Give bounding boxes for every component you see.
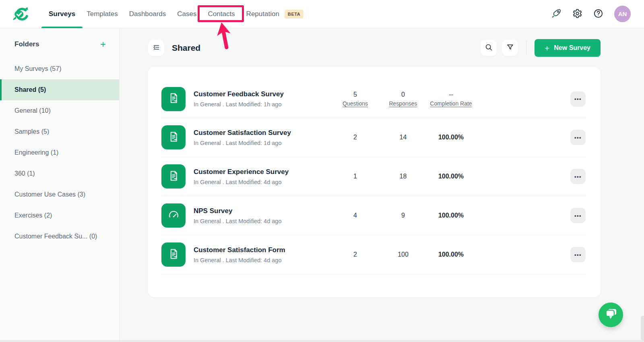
nav-item-label: Cases <box>177 10 196 18</box>
survey-row[interactable]: Customer Feedback Survey In General . La… <box>161 80 586 118</box>
completion-stat: 100.00% <box>427 251 475 258</box>
questions-stat: 2 <box>331 134 379 141</box>
survey-title: NPS Survey <box>194 207 331 215</box>
survey-type-icon[interactable] <box>161 125 186 149</box>
filter-button[interactable] <box>502 40 518 56</box>
add-folder-button[interactable]: + <box>100 39 106 49</box>
survey-title: Customer Experience Survey <box>194 168 331 176</box>
nav-item-label: Reputation <box>246 10 279 18</box>
settings-button[interactable] <box>572 8 582 20</box>
survey-info[interactable]: NPS Survey In General . Last Modified: 4… <box>194 207 331 224</box>
topbar-actions: AN <box>551 6 631 22</box>
survey-row[interactable]: NPS Survey In General . Last Modified: 4… <box>161 196 586 235</box>
survey-row[interactable]: Customer Satisfaction Survey In General … <box>161 118 586 157</box>
completion-stat: 100.00% <box>427 173 475 180</box>
document-check-icon <box>167 131 180 145</box>
nav-item-dashboards[interactable]: Dashboards <box>129 0 166 28</box>
beta-badge: BETA <box>285 10 304 19</box>
surveysparrow-logo-icon[interactable] <box>11 6 30 23</box>
sidebar-item-exercises[interactable]: Exercises (2) <box>0 205 119 226</box>
sidebar-item-label: My Surveys (57) <box>14 65 61 73</box>
survey-row[interactable]: Customer Experience Survey In General . … <box>161 157 586 196</box>
responses-stat: 9 <box>379 212 427 219</box>
header-divider <box>526 41 526 55</box>
nav-item-contacts[interactable]: Contacts <box>208 0 235 28</box>
survey-type-icon[interactable] <box>161 87 186 111</box>
sidebar-item-label: Samples (5) <box>14 128 49 135</box>
completion-value: -- <box>427 91 475 98</box>
sidebar-item-my-surveys[interactable]: My Surveys (57) <box>0 58 119 79</box>
responses-label[interactable]: Responses <box>379 100 427 107</box>
sidebar-item-general[interactable]: General (10) <box>0 100 119 121</box>
sidebar-item-samples[interactable]: Samples (5) <box>0 121 119 142</box>
completion-value: 100.00% <box>427 251 475 258</box>
responses-value: 100 <box>379 251 427 258</box>
ellipsis-icon: ••• <box>574 174 582 180</box>
new-survey-button[interactable]: + New Survey <box>535 39 601 57</box>
survey-info[interactable]: Customer Satisfaction Survey In General … <box>194 129 331 146</box>
sidebar-item-label: Engineering (1) <box>14 149 58 156</box>
nav-item-label: Contacts <box>208 10 235 18</box>
folders-title: Folders <box>14 40 39 48</box>
sidebar-item-label: Customer Use Cases (3) <box>14 191 85 198</box>
ellipsis-icon: ••• <box>574 252 582 258</box>
chat-widget-button[interactable] <box>599 303 623 327</box>
nav-item-reputation[interactable]: Reputation BETA <box>246 0 304 28</box>
nav-item-cases[interactable]: Cases <box>177 0 196 28</box>
survey-info[interactable]: Customer Satisfaction Form In General . … <box>194 246 331 263</box>
nav-item-label: Surveys <box>49 10 75 18</box>
responses-stat: 18 <box>379 173 427 180</box>
survey-type-icon[interactable] <box>161 243 186 267</box>
scrollbar-thumb[interactable] <box>641 316 644 340</box>
nav-item-surveys[interactable]: Surveys <box>49 0 75 28</box>
whats-new-rocket-button[interactable] <box>551 8 561 20</box>
help-button[interactable] <box>593 8 603 20</box>
survey-meta: In General . Last Modified: 1d ago <box>194 140 331 146</box>
rocket-icon <box>551 8 561 20</box>
survey-type-icon[interactable] <box>161 164 186 189</box>
new-survey-label: New Survey <box>554 44 590 52</box>
survey-info[interactable]: Customer Experience Survey In General . … <box>194 168 331 185</box>
sidebar-item-shared[interactable]: Shared (5) <box>0 79 119 100</box>
survey-info[interactable]: Customer Feedback Survey In General . La… <box>194 90 331 108</box>
main-content: Shared + New Surv <box>120 28 644 340</box>
collapse-panel-icon <box>152 43 161 53</box>
document-check-icon <box>167 248 180 262</box>
questions-stat: 1 <box>331 173 379 180</box>
gear-icon <box>572 8 582 20</box>
responses-stat: 0 Responses <box>379 91 427 107</box>
survey-row[interactable]: Customer Satisfaction Form In General . … <box>161 235 586 274</box>
filter-funnel-icon <box>506 43 514 53</box>
search-button[interactable] <box>481 40 497 56</box>
questions-value: 5 <box>331 91 379 98</box>
responses-value: 0 <box>379 91 427 98</box>
row-more-options-button[interactable]: ••• <box>570 208 586 223</box>
sidebar-item-customer-use-cases[interactable]: Customer Use Cases (3) <box>0 184 119 205</box>
questions-value: 2 <box>331 251 379 258</box>
sidebar-item-label: 360 (1) <box>14 170 35 177</box>
ellipsis-icon: ••• <box>574 213 582 219</box>
survey-title: Customer Feedback Survey <box>194 90 331 98</box>
sidebar-item-engineering[interactable]: Engineering (1) <box>0 142 119 163</box>
nav-item-templates[interactable]: Templates <box>87 0 118 28</box>
collapse-sidebar-button[interactable] <box>148 40 164 56</box>
survey-type-icon[interactable] <box>161 203 186 228</box>
completion-stat: 100.00% <box>427 212 475 219</box>
completion-label[interactable]: Completion Rate <box>427 100 475 107</box>
row-more-options-button[interactable]: ••• <box>570 91 586 107</box>
ellipsis-icon: ••• <box>574 96 582 102</box>
row-more-options-button[interactable]: ••• <box>570 247 586 262</box>
window-bottom-edge <box>0 340 644 342</box>
user-avatar[interactable]: AN <box>614 6 631 22</box>
questions-label[interactable]: Questions <box>331 100 379 107</box>
questions-stat: 5 Questions <box>331 91 379 107</box>
row-more-options-button[interactable]: ••• <box>570 169 586 184</box>
avatar-initials: AN <box>618 10 627 17</box>
sidebar-item-360[interactable]: 360 (1) <box>0 163 119 184</box>
survey-title: Customer Satisfaction Form <box>194 246 331 254</box>
document-check-icon <box>167 170 180 184</box>
sidebar-item-customer-feedback-su[interactable]: Customer Feedback Su... (0) <box>0 226 119 247</box>
document-check-icon <box>167 92 180 106</box>
plus-icon: + <box>545 44 549 52</box>
row-more-options-button[interactable]: ••• <box>570 130 586 145</box>
